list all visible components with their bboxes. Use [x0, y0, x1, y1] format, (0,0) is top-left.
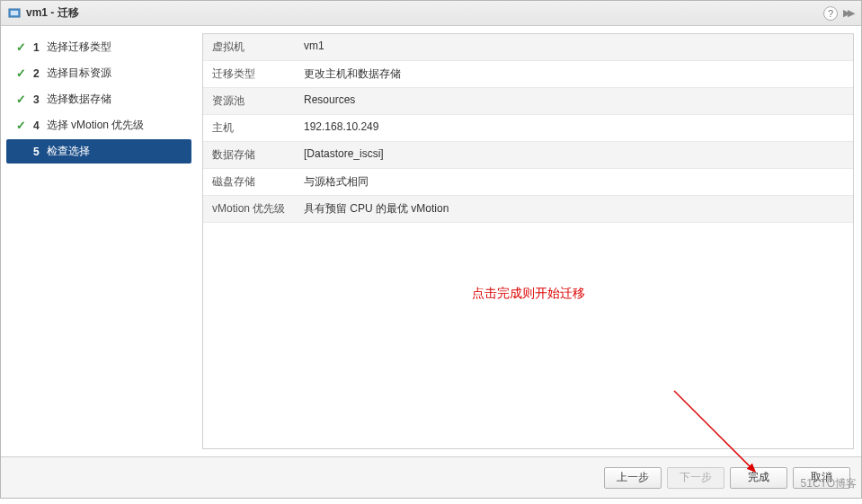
step-select-vmotion-priority[interactable]: ✓ 4 选择 vMotion 优先级 [6, 113, 191, 137]
summary-value: vm1 [295, 34, 853, 60]
step-label: 检查选择 [47, 144, 90, 159]
step-label: 选择 vMotion 优先级 [47, 118, 145, 133]
row-resource-pool: 资源池 Resources [203, 88, 853, 115]
vm-icon [8, 7, 21, 20]
summary-value: [Datastore_iscsi] [295, 142, 853, 168]
row-migration-type: 迁移类型 更改主机和数据存储 [203, 61, 853, 88]
step-select-migration-type[interactable]: ✓ 1 选择迁移类型 [6, 35, 191, 59]
summary-label: 主机 [203, 115, 295, 141]
summary-label: 磁盘存储 [203, 169, 295, 195]
summary-panel: 虚拟机 vm1 迁移类型 更改主机和数据存储 资源池 Resources 主机 … [202, 33, 854, 449]
summary-value: 更改主机和数据存储 [295, 61, 853, 87]
next-button: 下一步 [667, 467, 724, 489]
row-disk-format: 磁盘存储 与源格式相同 [203, 169, 853, 196]
check-icon: ✓ [15, 66, 26, 80]
titlebar: vm1 - 迁移 ? ▶▶ [1, 1, 861, 26]
back-button[interactable]: 上一步 [604, 467, 662, 489]
window-title: vm1 - 迁移 [26, 5, 79, 21]
wizard-footer: 上一步 下一步 完成 取消 [1, 456, 861, 498]
svg-rect-1 [11, 11, 18, 15]
row-vm: 虚拟机 vm1 [203, 34, 853, 61]
step-label: 选择迁移类型 [47, 40, 111, 55]
step-select-datastore[interactable]: ✓ 3 选择数据存储 [6, 87, 191, 111]
summary-value: 192.168.10.249 [295, 115, 853, 141]
row-host: 主机 192.168.10.249 [203, 115, 853, 142]
cancel-button[interactable]: 取消 [793, 467, 850, 489]
annotation-text: 点击完成则开始迁移 [203, 286, 853, 302]
summary-value: 具有预留 CPU 的最优 vMotion [295, 196, 853, 222]
summary-label: 虚拟机 [203, 34, 295, 60]
step-select-target[interactable]: ✓ 2 选择目标资源 [6, 61, 191, 85]
step-label: 选择数据存储 [47, 92, 111, 107]
help-icon[interactable]: ? [823, 6, 838, 21]
summary-label: 数据存储 [203, 142, 295, 168]
check-icon: ✓ [15, 93, 26, 106]
collapse-icon[interactable]: ▶▶ [843, 7, 854, 19]
row-vmotion-priority: vMotion 优先级 具有预留 CPU 的最优 vMotion [203, 196, 853, 223]
finish-button[interactable]: 完成 [730, 467, 787, 489]
wizard-body: ✓ 1 选择迁移类型 ✓ 2 选择目标资源 ✓ 3 选择数据存储 ✓ 4 选择 … [1, 26, 861, 456]
check-icon: ✓ [15, 119, 26, 132]
summary-label: vMotion 优先级 [203, 196, 295, 222]
check-icon: ✓ [15, 40, 26, 54]
wizard-steps-sidebar: ✓ 1 选择迁移类型 ✓ 2 选择目标资源 ✓ 3 选择数据存储 ✓ 4 选择 … [1, 26, 197, 456]
migration-wizard-window: vm1 - 迁移 ? ▶▶ ✓ 1 选择迁移类型 ✓ 2 选择目标资源 ✓ 3 … [0, 0, 862, 499]
step-label: 选择目标资源 [47, 66, 111, 81]
summary-label: 迁移类型 [203, 61, 295, 87]
row-datastore: 数据存储 [Datastore_iscsi] [203, 142, 853, 169]
summary-value: 与源格式相同 [295, 169, 853, 195]
summary-label: 资源池 [203, 88, 295, 114]
step-review-selection[interactable]: 5 检查选择 [6, 139, 191, 164]
summary-value: Resources [295, 88, 853, 114]
